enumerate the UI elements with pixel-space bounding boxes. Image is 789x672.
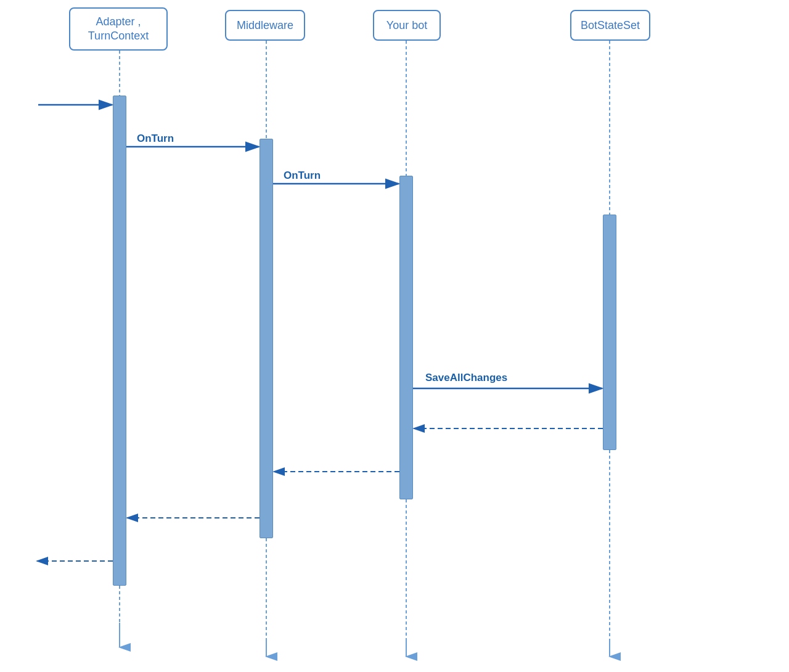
participant-botstateset: BotStateSet [570,10,650,41]
activation-botstateset [603,215,616,450]
participant-botstateset-label: BotStateSet [581,19,640,32]
activation-adapter [113,96,126,586]
participant-middleware: Middleware [225,10,305,41]
sequence-diagram: Adapter ,TurnContext Middleware Your bot… [0,0,789,672]
label-onturn2: OnTurn [284,170,321,182]
activation-yourbot [399,176,413,499]
label-onturn1: OnTurn [137,133,174,145]
activation-middleware [260,139,273,538]
label-saveallchanges: SaveAllChanges [425,372,507,384]
participant-yourbot: Your bot [373,10,441,41]
participant-adapter: Adapter ,TurnContext [69,7,168,51]
participant-middleware-label: Middleware [237,19,293,32]
participant-adapter-label: Adapter ,TurnContext [88,15,149,44]
participant-yourbot-label: Your bot [386,19,427,32]
